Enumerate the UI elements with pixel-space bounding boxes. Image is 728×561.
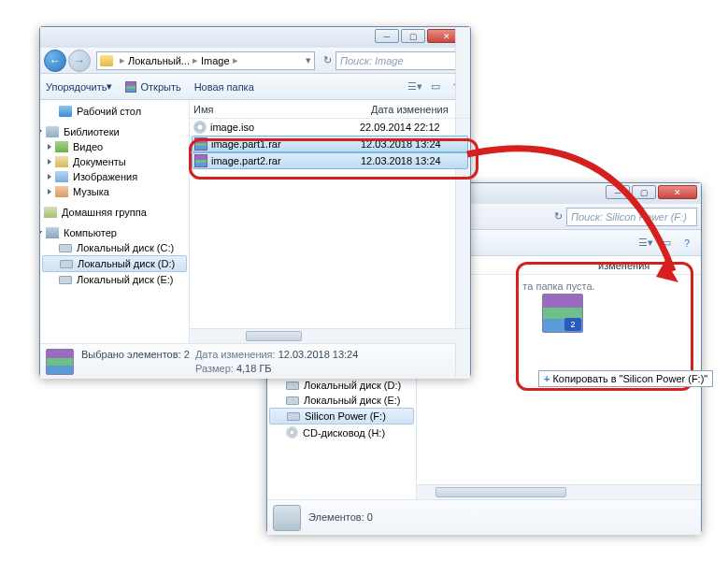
filedate: 12.03.2018 13:24 [361,155,441,166]
filedate: 12.03.2018 13:24 [361,138,441,150]
help-icon[interactable]: ? [678,235,695,252]
scrollbar-horizontal[interactable] [190,328,470,343]
close-button[interactable]: ✕ [658,185,697,199]
drag-count-badge: 2 [564,318,581,331]
view-icon[interactable]: ☰▾ [407,79,423,95]
iso-icon [193,121,207,134]
address-bar: ← → ▸ Локальный... ▸ Image ▸ ▾ ↻ Поиск: … [40,48,470,74]
sidebar-item-drive-c[interactable]: Локальный диск (C:) [40,240,189,255]
folder-icon [100,55,113,66]
search-input[interactable]: Поиск: Image [335,51,466,70]
preview-icon[interactable]: ▭ [427,79,444,95]
label: Музыка [73,186,109,197]
col-date[interactable]: Дата изменения [371,104,449,115]
preview-icon[interactable]: ▭ [658,235,675,252]
label: Локальный диск (E:) [304,395,401,406]
maximize-button[interactable]: ▢ [401,29,425,43]
label: Домашняя группа [62,207,147,218]
plus-icon: + [544,373,550,384]
label: Компьютер [64,227,117,238]
label: Silicon Power (F:) [305,410,386,422]
sidebar-item-libraries[interactable]: Библиотеки [40,124,189,139]
sidebar-item-drive-d[interactable]: Локальный диск (D:) [267,378,416,393]
status-size: 4,18 ГБ [236,363,272,374]
status-selected: Выбрано элементов: 2 [81,349,190,360]
titlebar[interactable]: ─ ▢ ✕ [40,27,470,48]
file-row[interactable]: image.part2.rar 12.03.2018 13:24 [192,152,468,169]
sidebar-item-drive-f[interactable]: Silicon Power (F:) [269,408,414,424]
label: Локальный диск (D:) [78,258,175,269]
scrollbar-horizontal[interactable] [417,484,701,499]
sidebar-item-cd-h[interactable]: CD-дисковод (H:) [267,424,416,440]
rar-icon [194,137,207,151]
file-row[interactable]: image.part1.rar 12.03.2018 13:24 [192,136,468,152]
label: Изображения [73,171,137,182]
label: Видео [73,141,103,152]
maximize-button[interactable]: ▢ [632,185,656,199]
label: Документы [73,156,126,167]
sidebar-item-documents[interactable]: Документы [40,154,189,169]
search-input[interactable]: Поиск: Silicon Power (F:) [566,208,697,226]
status-size-label: Размер: [195,363,234,374]
forward-button[interactable]: → [68,50,91,72]
organize-button[interactable]: Упорядочить ▾ [46,80,112,93]
col-date[interactable]: изменения [598,260,649,271]
filedate: 22.09.2014 22:12 [360,122,440,133]
newfolder-button[interactable]: Новая папка [194,81,254,93]
refresh-icon[interactable]: ↻ [550,209,566,225]
status-text: Элементов: 0 [308,511,373,524]
label: Локальный диск (D:) [304,380,401,391]
sidebar-item-video[interactable]: Видео [40,139,189,154]
drop-tooltip-text: Копировать в "Silicon Power (F:)" [552,373,707,384]
rar-icon [46,349,74,375]
minimize-button[interactable]: ─ [375,29,399,43]
filename: image.part1.rar [211,138,281,150]
drop-tooltip: +Копировать в "Silicon Power (F:)" [538,370,713,387]
explorer-window-1: ─ ▢ ✕ ← → ▸ Локальный... ▸ Image ▸ ▾ ↻ П… [39,26,471,377]
file-list[interactable]: Имя Дата изменения image.iso 22.09.2014 … [190,100,470,343]
sidebar-item-drive-d[interactable]: Локальный диск (D:) [42,255,187,272]
sidebar-item-drive-e[interactable]: Локальный диск (E:) [267,393,416,408]
toolbar: Упорядочить ▾ Открыть Новая папка ☰▾ ▭ ? [40,74,470,100]
status-date-label: Дата изменения: [195,349,276,360]
sidebar-item-images[interactable]: Изображения [40,169,189,184]
column-headers[interactable]: Имя Дата изменения [190,100,470,119]
label: Локальный диск (C:) [77,242,174,253]
minimize-button[interactable]: ─ [606,185,630,199]
crumb-1[interactable]: Локальный... [128,55,190,66]
sidebar-item-music[interactable]: Музыка [40,184,189,199]
sidebar-item-homegroup[interactable]: Домашняя группа [40,205,189,220]
status-bar: Элементов: 0 [267,499,701,535]
status-date: 12.03.2018 13:24 [278,349,359,360]
rar-icon [125,81,136,93]
sidebar: Рабочий стол Библиотеки Видео Документы … [40,100,190,343]
filename: image.part2.rar [211,155,281,166]
refresh-icon[interactable]: ↻ [319,52,335,69]
label: Библиотеки [64,126,120,137]
open-button[interactable]: Открыть [125,81,180,93]
back-button[interactable]: ← [44,50,66,72]
status-bar: Выбрано элементов: 2 Дата изменения: 12.… [40,343,470,379]
sidebar-item-computer[interactable]: Компьютер [40,225,189,240]
file-row[interactable]: image.iso 22.09.2014 22:12 [190,119,470,136]
sidebar-item-desktop[interactable]: Рабочий стол [40,104,189,119]
col-name[interactable]: Имя [193,104,371,115]
label: CD-дисковод (H:) [303,427,385,439]
label: Рабочий стол [77,106,141,117]
crumb-2[interactable]: Image [201,55,230,66]
filename: image.iso [210,122,254,133]
rar-icon [194,154,207,167]
view-icon[interactable]: ☰▾ [637,235,654,252]
breadcrumb[interactable]: ▸ Локальный... ▸ Image ▸ ▾ [96,51,315,70]
sidebar-item-drive-e[interactable]: Локальный диск (E:) [40,272,189,287]
drive-icon [273,505,301,531]
label: Локальный диск (E:) [77,274,174,285]
